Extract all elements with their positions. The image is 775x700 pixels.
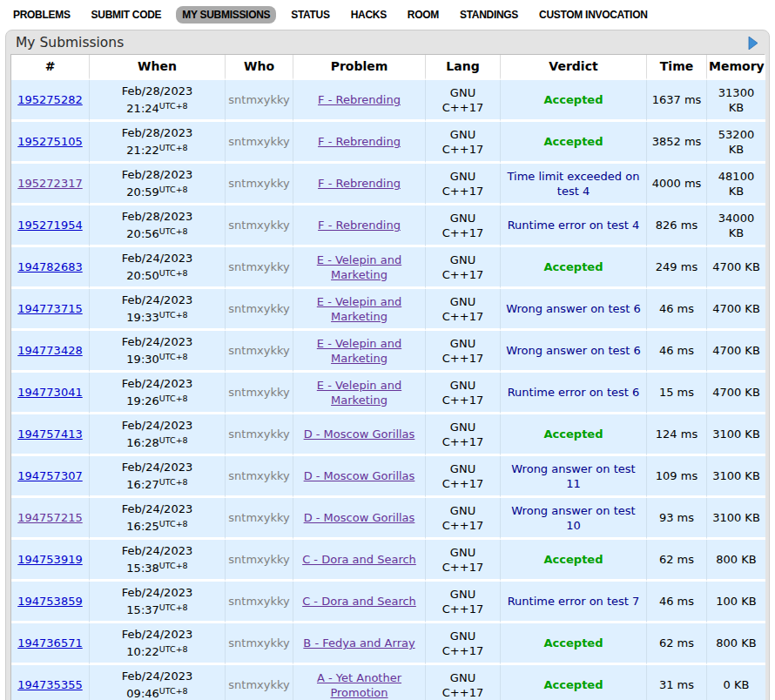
submission-id-link[interactable]: 194753859	[17, 595, 82, 608]
submission-id-cell: 194773041	[11, 373, 90, 414]
problem-link[interactable]: E - Velepin and Marketing	[317, 337, 401, 365]
submission-when-cell: Feb/24/2023 16:27UTC+8	[90, 456, 226, 498]
author-handle[interactable]: sntmxykky	[228, 469, 289, 482]
submission-id-link[interactable]: 195272317	[17, 177, 82, 190]
submission-when-cell: Feb/24/2023 09:46UTC+8	[90, 665, 226, 700]
problem-link[interactable]: C - Dora and Search	[302, 553, 416, 566]
submission-id-link[interactable]: 194757215	[17, 511, 82, 524]
problem-link[interactable]: E - Velepin and Marketing	[317, 253, 401, 281]
verdict-text[interactable]: Wrong answer on test 6	[506, 344, 641, 357]
author-handle[interactable]: sntmxykky	[228, 177, 289, 190]
problem-link[interactable]: F - Rebrending	[318, 177, 401, 190]
author-handle[interactable]: sntmxykky	[228, 386, 289, 399]
verdict-text[interactable]: Accepted	[544, 636, 603, 650]
verdict-text[interactable]: Wrong answer on test 6	[506, 302, 641, 315]
author-handle[interactable]: sntmxykky	[228, 636, 289, 650]
submission-timezone: UTC+8	[159, 519, 188, 528]
submission-when-cell: Feb/28/2023 20:59UTC+8	[90, 164, 226, 205]
column-header-lang: Lang	[426, 55, 501, 80]
nav-item-problems[interactable]: PROBLEMS	[7, 6, 77, 24]
submission-verdict-cell: Wrong answer on test 11	[501, 456, 647, 498]
submission-problem-cell: F - Rebrending	[293, 164, 426, 205]
submission-timezone: UTC+8	[159, 143, 188, 152]
verdict-text[interactable]: Accepted	[544, 260, 603, 273]
submission-id-link[interactable]: 194757307	[17, 469, 82, 482]
submission-id-link[interactable]: 194782683	[17, 260, 82, 273]
submission-when-cell: Feb/24/2023 20:50UTC+8	[90, 247, 226, 289]
author-handle[interactable]: sntmxykky	[228, 553, 289, 566]
problem-link[interactable]: D - Moscow Gorillas	[304, 427, 415, 441]
submission-row: 194757307 Feb/24/2023 16:27UTC+8 sntmxyk…	[11, 456, 765, 498]
verdict-text[interactable]: Runtime error on test 6	[508, 386, 640, 399]
submission-id-cell: 194757307	[11, 456, 90, 498]
problem-link[interactable]: D - Moscow Gorillas	[304, 469, 415, 482]
submission-id-link[interactable]: 194735355	[17, 678, 82, 691]
submission-problem-cell: A - Yet Another Promotion	[293, 665, 426, 700]
play-arrow-icon[interactable]	[748, 37, 758, 50]
submission-memory-cell: 3100 KB	[707, 498, 765, 540]
submission-who-cell: sntmxykky	[226, 289, 293, 331]
problem-link[interactable]: F - Rebrending	[318, 135, 401, 148]
verdict-text[interactable]: Accepted	[544, 678, 603, 691]
nav-item-room[interactable]: ROOM	[401, 6, 445, 24]
submission-id-link[interactable]: 195275105	[17, 135, 82, 148]
problem-link[interactable]: E - Velepin and Marketing	[317, 295, 401, 323]
problem-link[interactable]: F - Rebrending	[318, 93, 401, 106]
problem-link[interactable]: A - Yet Another Promotion	[317, 671, 401, 699]
verdict-text[interactable]: Accepted	[544, 135, 603, 148]
submission-verdict-cell: Accepted	[501, 540, 647, 582]
column-header-problem: Problem	[293, 55, 426, 80]
widget-caption-bar: My Submissions	[10, 30, 765, 54]
submission-date: Feb/28/2023	[92, 125, 222, 140]
submission-lang-cell: GNU C++17	[426, 582, 501, 623]
verdict-text[interactable]: Runtime error on test 7	[508, 595, 640, 608]
submission-when-cell: Feb/24/2023 19:30UTC+8	[90, 331, 226, 373]
nav-item-status[interactable]: STATUS	[285, 6, 335, 24]
nav-item-my-submissions[interactable]: MY SUBMISSIONS	[176, 6, 276, 24]
author-handle[interactable]: sntmxykky	[228, 260, 289, 273]
submission-id-link[interactable]: 194736571	[17, 636, 82, 650]
submission-row: 195275105 Feb/28/2023 21:22UTC+8 sntmxyk…	[11, 122, 765, 164]
submission-id-cell: 195271954	[11, 205, 90, 247]
submission-problem-cell: E - Velepin and Marketing	[293, 373, 426, 414]
verdict-text[interactable]: Wrong answer on test 11	[511, 462, 635, 490]
submission-verdict-cell: Runtime error on test 7	[501, 582, 647, 623]
author-handle[interactable]: sntmxykky	[228, 135, 289, 148]
verdict-text[interactable]: Accepted	[544, 427, 603, 441]
problem-link[interactable]: F - Rebrending	[318, 219, 401, 232]
nav-item-custom-invocation[interactable]: CUSTOM INVOCATION	[533, 6, 653, 24]
submission-id-link[interactable]: 194773428	[17, 344, 82, 357]
submission-id-link[interactable]: 195271954	[17, 219, 82, 232]
problem-link[interactable]: C - Dora and Search	[302, 595, 416, 608]
author-handle[interactable]: sntmxykky	[228, 302, 289, 315]
submission-id-link[interactable]: 194757413	[17, 427, 82, 441]
verdict-text[interactable]: Accepted	[544, 93, 603, 106]
verdict-text[interactable]: Wrong answer on test 10	[511, 504, 635, 532]
submission-id-link[interactable]: 195275282	[17, 93, 82, 106]
author-handle[interactable]: sntmxykky	[228, 344, 289, 357]
submission-exec-time-cell: 15 ms	[647, 373, 707, 414]
author-handle[interactable]: sntmxykky	[228, 219, 289, 232]
author-handle[interactable]: sntmxykky	[228, 427, 289, 441]
verdict-text[interactable]: Accepted	[544, 553, 603, 566]
nav-item-standings[interactable]: STANDINGS	[454, 6, 524, 24]
nav-item-hacks[interactable]: HACKS	[345, 6, 393, 24]
submission-lang-cell: GNU C++17	[426, 205, 501, 247]
submission-id-link[interactable]: 194753919	[17, 553, 82, 566]
submission-memory-cell: 3100 KB	[707, 414, 765, 456]
author-handle[interactable]: sntmxykky	[228, 678, 289, 691]
author-handle[interactable]: sntmxykky	[228, 511, 289, 524]
verdict-text[interactable]: Runtime error on test 4	[508, 219, 640, 232]
problem-link[interactable]: D - Moscow Gorillas	[304, 511, 415, 524]
author-handle[interactable]: sntmxykky	[228, 93, 289, 106]
submission-memory-cell: 100 KB	[707, 582, 765, 623]
submission-id-link[interactable]: 194773041	[17, 386, 82, 399]
submission-problem-cell: E - Velepin and Marketing	[293, 331, 426, 373]
problem-link[interactable]: B - Fedya and Array	[303, 636, 414, 650]
author-handle[interactable]: sntmxykky	[228, 595, 289, 608]
nav-item-submit-code[interactable]: SUBMIT CODE	[85, 6, 168, 24]
problem-link[interactable]: E - Velepin and Marketing	[317, 379, 401, 407]
submission-id-link[interactable]: 194773715	[17, 302, 82, 315]
submission-date: Feb/24/2023	[92, 293, 222, 307]
verdict-text[interactable]: Time limit exceeded on test 4	[508, 170, 640, 198]
